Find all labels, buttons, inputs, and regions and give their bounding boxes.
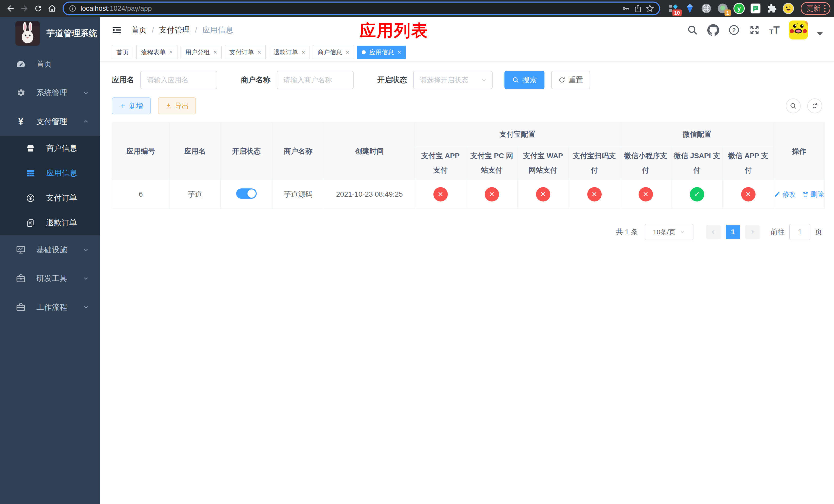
- sidebar-item-label: 应用信息: [46, 168, 77, 178]
- wechat-mini-status-badge: ✕: [639, 187, 653, 202]
- url-text: localhost:1024/pay/app: [81, 5, 152, 13]
- search-form: 应用名 商户名称 开启状态 请选择开启状态 搜索 重置: [112, 71, 822, 89]
- col-status: 开启状态: [221, 123, 272, 180]
- sidebar-item-workflow[interactable]: 工作流程: [0, 293, 100, 321]
- share-icon[interactable]: [634, 4, 642, 13]
- logo-rabbit-image: [15, 21, 40, 46]
- extensions-puzzle-icon[interactable]: [766, 3, 777, 14]
- fullscreen-icon[interactable]: [749, 24, 760, 36]
- browser-profile-avatar[interactable]: [783, 3, 794, 14]
- col-app-name: 应用名: [170, 123, 221, 180]
- extension-recorder-icon[interactable]: 1: [717, 3, 728, 14]
- cell-app-name: 芋道: [170, 180, 221, 209]
- breadcrumb-home[interactable]: 首页: [131, 25, 147, 36]
- show-search-toggle-button[interactable]: [786, 98, 801, 113]
- font-size-icon[interactable]: TT: [769, 25, 780, 35]
- extension-gem-icon[interactable]: [684, 3, 696, 14]
- delete-button[interactable]: 删除: [803, 190, 824, 199]
- sidebar-item-infrastructure[interactable]: 基础设施: [0, 235, 100, 264]
- export-button[interactable]: 导出: [158, 97, 196, 114]
- sidebar-item-home[interactable]: 首页: [0, 50, 100, 78]
- refresh-table-button[interactable]: [807, 98, 822, 113]
- page-number-button[interactable]: 1: [726, 225, 740, 239]
- payment-submenu: 商户信息 应用信息 支付订单: [0, 136, 100, 235]
- close-icon[interactable]: ×: [346, 49, 349, 55]
- sidebar-item-dev-tools[interactable]: 研发工具: [0, 264, 100, 293]
- status-toggle[interactable]: [236, 188, 257, 199]
- tab-process-form[interactable]: 流程表单 ×: [136, 46, 177, 59]
- refresh-icon: [558, 76, 566, 84]
- sidebar-item-label: 退款订单: [46, 217, 77, 228]
- tab-label: 支付订单: [229, 48, 254, 56]
- browser-home-button[interactable]: [45, 2, 59, 15]
- chevron-up-icon: [83, 118, 89, 125]
- chevron-down-icon: [680, 229, 685, 235]
- extension-y-icon[interactable]: y: [733, 3, 745, 14]
- next-page-button[interactable]: [745, 225, 760, 239]
- close-icon[interactable]: ×: [302, 49, 305, 55]
- prev-page-button[interactable]: [706, 225, 721, 239]
- password-key-icon[interactable]: [622, 4, 630, 13]
- bookmark-star-icon[interactable]: [646, 4, 654, 13]
- browser-reload-button[interactable]: [31, 2, 45, 15]
- reset-button[interactable]: 重置: [551, 71, 590, 89]
- tags-view-bar: 首页 流程表单 × 用户分组 × 支付订单 × 退款订单 × 商户信息 ×: [100, 43, 834, 62]
- extension-chat-icon[interactable]: [750, 3, 761, 14]
- sidebar-logo[interactable]: 芋道管理系统: [0, 17, 100, 50]
- add-button[interactable]: 新增: [112, 97, 151, 114]
- goto-page-input[interactable]: [789, 224, 810, 240]
- browser-menu-kebab-icon[interactable]: [824, 5, 826, 12]
- url-bar[interactable]: localhost:1024/pay/app: [64, 3, 659, 14]
- extension-command-icon[interactable]: [701, 3, 712, 14]
- store-icon: [25, 144, 37, 153]
- breadcrumb-payment[interactable]: 支付管理: [159, 25, 190, 36]
- browser-forward-button[interactable]: [18, 2, 31, 15]
- sidebar-item-app-info[interactable]: 应用信息: [0, 161, 100, 186]
- merchant-name-input[interactable]: [277, 71, 354, 89]
- tab-merchant-info[interactable]: 商户信息 ×: [313, 46, 354, 59]
- sidebar-item-label: 商户信息: [46, 143, 77, 154]
- gear-icon: [15, 88, 27, 98]
- navbar-actions: ? TT: [687, 21, 823, 40]
- forward-arrow-icon: [20, 4, 29, 13]
- dashboard-icon: [15, 59, 27, 69]
- browser-update-button[interactable]: 更新: [801, 2, 830, 15]
- cell-status: [221, 180, 272, 209]
- tab-pay-order[interactable]: 支付订单 ×: [225, 46, 266, 59]
- page-size-select[interactable]: 10条/页: [645, 224, 694, 240]
- status-select[interactable]: 请选择开启状态: [413, 71, 493, 89]
- search-icon[interactable]: [687, 24, 698, 36]
- cell-created: 2021-10-23 08:49:25: [324, 180, 415, 209]
- pen-icon: [774, 191, 781, 198]
- breadcrumb: 首页 / 支付管理 / 应用信息: [131, 25, 233, 36]
- user-avatar[interactable]: [789, 21, 808, 40]
- app-name-input[interactable]: [140, 71, 217, 89]
- help-icon[interactable]: ?: [728, 24, 740, 36]
- close-icon[interactable]: ×: [213, 49, 217, 55]
- avatar-caret-down-icon[interactable]: [817, 32, 823, 36]
- github-icon[interactable]: [707, 24, 719, 36]
- browser-back-button[interactable]: [4, 2, 18, 15]
- sidebar-collapse-icon[interactable]: [111, 25, 122, 36]
- edit-button[interactable]: 修改: [774, 190, 796, 199]
- wechat-jsapi-status-badge: ✓: [690, 187, 704, 202]
- table-tools: [786, 98, 822, 113]
- close-icon[interactable]: ×: [258, 49, 261, 55]
- sidebar-item-refund-order[interactable]: 退款订单: [0, 210, 100, 235]
- search-button[interactable]: 搜索: [504, 71, 545, 89]
- sidebar-item-payment[interactable]: ¥ 支付管理: [0, 107, 100, 136]
- tab-app-info[interactable]: 应用信息 ×: [357, 46, 406, 59]
- chevron-left-icon: [710, 229, 717, 235]
- sidebar-item-system[interactable]: 系统管理: [0, 78, 100, 107]
- sidebar-item-pay-order[interactable]: 支付订单: [0, 186, 100, 210]
- sidebar-item-merchant-info[interactable]: 商户信息: [0, 136, 100, 161]
- tab-refund-order[interactable]: 退款订单 ×: [269, 46, 310, 59]
- app-main: 应用名 商户名称 开启状态 请选择开启状态 搜索 重置: [100, 62, 834, 504]
- breadcrumb-separator: /: [195, 26, 197, 35]
- extension-grid-diamond-icon[interactable]: 10: [668, 3, 679, 14]
- close-icon[interactable]: ×: [397, 49, 401, 55]
- tab-home[interactable]: 首页: [112, 46, 133, 59]
- site-info-icon[interactable]: [69, 5, 76, 12]
- tab-user-group[interactable]: 用户分组 ×: [180, 46, 222, 59]
- close-icon[interactable]: ×: [169, 49, 173, 55]
